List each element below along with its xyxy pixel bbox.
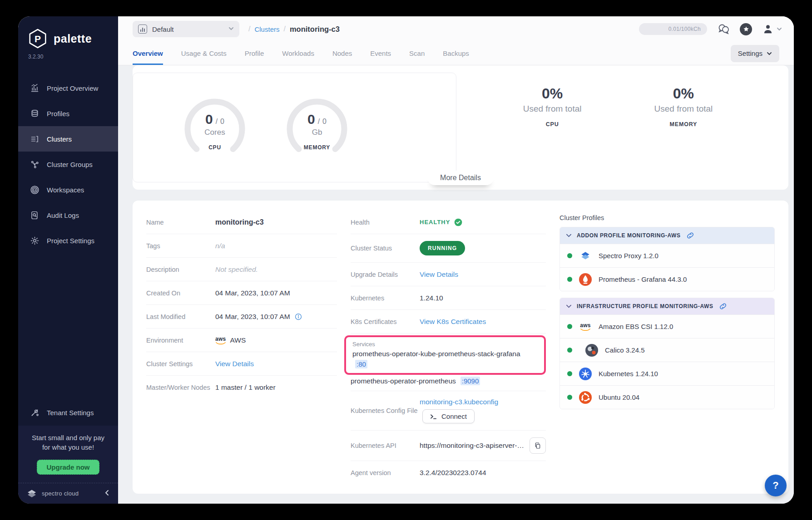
tab-events[interactable]: Events [370, 42, 391, 65]
profile-item-spectro-proxy[interactable]: Spectro Proxy 1.2.0 [560, 244, 774, 267]
sidebar-item-workspaces[interactable]: Workspaces [18, 177, 118, 202]
infrastructure-profile-header[interactable]: INFRASTRUCTURE PROFILE MONITORING-AWS [560, 298, 774, 314]
profile-item-kubernetes[interactable]: Kubernetes 1.24.10 [560, 362, 774, 385]
detail-row-tags: Tags n/a [146, 234, 337, 258]
link-icon[interactable] [686, 231, 694, 240]
memory-usage-stat: 0% Used from total MEMORY [654, 85, 713, 182]
help-button[interactable]: ? [765, 475, 787, 496]
sidebar-item-label: Profiles [47, 110, 69, 118]
status-dot [567, 277, 572, 282]
sidebar-item-profiles[interactable]: Profiles [18, 101, 118, 126]
project-selector[interactable]: Default [133, 21, 239, 37]
tab-nodes[interactable]: Nodes [332, 42, 352, 65]
upgrade-now-button[interactable]: Upgrade now [37, 460, 99, 475]
detail-row-nodes: Master/Worker Nodes 1 master / 1 worker [146, 376, 337, 399]
tab-workloads[interactable]: Workloads [282, 42, 314, 65]
spectro-cloud-wordmark: spectro cloud [42, 490, 79, 497]
info-icon[interactable] [294, 313, 302, 321]
view-k8s-certificates-link[interactable]: View K8s Certificates [420, 318, 486, 326]
row-label: K8s Certificates [351, 318, 420, 325]
more-details-button[interactable]: More Details [427, 171, 494, 185]
chevron-down-icon [228, 25, 234, 33]
tab-scan[interactable]: Scan [409, 42, 425, 65]
connect-button-label: Connect [441, 412, 467, 420]
tab-backups[interactable]: Backups [443, 42, 469, 65]
upgrade-view-details-link[interactable]: View Details [420, 270, 458, 279]
link-icon[interactable] [719, 302, 727, 310]
cpu-gauge-label: CPU [208, 144, 221, 151]
gauge-separator: / [216, 118, 218, 126]
aws-icon: aws [215, 336, 226, 344]
environment-value: AWS [230, 336, 246, 344]
bar-chart-icon [30, 83, 40, 93]
addon-profile-header[interactable]: ADDON PROFILE MONITORING-AWS [560, 227, 774, 244]
upgrade-promo: Start small and only pay for what you us… [18, 426, 118, 483]
rings-icon [30, 185, 40, 195]
profile-item-calico[interactable]: Calico 3.24.5 [560, 338, 774, 362]
prometheus-port-link[interactable]: :9090 [460, 377, 480, 385]
overview-stats-card: 0 / 0 Cores CPU [133, 65, 788, 190]
star-icon[interactable] [740, 23, 752, 35]
kubernetes-api-url: https://monitoring-c3-apiserver-9... [420, 442, 525, 450]
health-value: HEALTHY [420, 219, 450, 226]
page-content: 0 / 0 Cores CPU [118, 65, 794, 504]
breadcrumb-clusters-link[interactable]: Clusters [254, 25, 279, 33]
calico-logo [585, 343, 599, 357]
services-label: Services [352, 341, 538, 348]
terminal-icon [430, 413, 437, 420]
cluster-tabs: Overview Usage & Costs Profile Workloads… [118, 42, 794, 65]
memory-unit: Gb [312, 128, 322, 137]
sidebar-item-tenant-settings[interactable]: Tenant Settings [18, 400, 118, 426]
sidebar-item-label: Tenant Settings [47, 409, 94, 417]
grafana-port-link[interactable]: :80 [355, 360, 367, 368]
tab-usage-costs[interactable]: Usage & Costs [181, 42, 227, 65]
profile-item-ubuntu[interactable]: Ubuntu 20.04 [560, 385, 774, 409]
sidebar-item-label: Project Settings [47, 237, 94, 245]
kubernetes-icon [579, 367, 592, 381]
detail-row-cluster-settings: Cluster Settings View Details [146, 352, 337, 376]
sidebar-item-label: Project Overview [47, 84, 98, 92]
brand-row: P palette [18, 16, 118, 51]
row-label: Description [146, 266, 215, 273]
sidebar-item-clusters[interactable]: Clusters [18, 126, 118, 152]
sidebar-item-project-settings[interactable]: Project Settings [18, 228, 118, 253]
promo-text: Start small and only pay for what you us… [25, 433, 112, 453]
row-label: Name [146, 219, 215, 226]
user-menu[interactable] [762, 23, 782, 35]
status-dot [567, 324, 572, 329]
memory-usage-metric: MEMORY [654, 121, 713, 128]
sidebar-item-cluster-groups[interactable]: Cluster Groups [18, 152, 118, 177]
doc-search-icon [30, 211, 40, 220]
status-row-agent: Agent version 3.2.4/20230223.0744 [351, 461, 546, 485]
profile-item-amazon-ebs-csi[interactable]: aws Amazon EBS CSI 1.12.0 [560, 314, 774, 338]
tab-profile[interactable]: Profile [245, 42, 264, 65]
sidebar-item-audit-logs[interactable]: Audit Logs [18, 202, 118, 228]
description-value: Not specified. [215, 265, 337, 274]
copy-icon [534, 442, 541, 449]
kubeconfig-download-link[interactable]: monitoring-c3.kubeconfig [420, 398, 498, 406]
collapse-sidebar-icon[interactable] [104, 489, 110, 498]
connect-button[interactable]: Connect [422, 409, 475, 423]
sidebar-item-label: Audit Logs [47, 211, 79, 219]
profile-item-prometheus-grafana[interactable]: Prometheus - Grafana 44.3.0 [560, 267, 774, 291]
cpu-used: 0 [205, 112, 213, 127]
sidebar-item-project-overview[interactable]: Project Overview [18, 75, 118, 101]
tab-overview[interactable]: Overview [133, 42, 163, 65]
aws-wordmark: aws [215, 336, 226, 342]
breadcrumb-current: monitoring-c3 [290, 25, 340, 34]
status-row-health: Health HEALTHY [351, 211, 546, 234]
chat-icon[interactable] [717, 23, 730, 35]
breadcrumb-separator: / [283, 25, 285, 33]
copy-api-url-button[interactable] [530, 437, 546, 454]
created-on-value: 04 Mar, 2023, 10:07 AM [215, 289, 337, 297]
profile-item-name: Spectro Proxy 1.2.0 [599, 252, 659, 260]
cluster-settings-view-details-link[interactable]: View Details [215, 360, 254, 368]
breadcrumb-separator: / [248, 25, 250, 33]
status-dot [567, 395, 572, 400]
settings-button[interactable]: Settings [731, 45, 779, 62]
detail-row-name: Name monitoring-c3 [146, 211, 337, 234]
addon-profile-name: ADDON PROFILE MONITORING-AWS [577, 232, 681, 239]
memory-usage-caption: Used from total [654, 104, 713, 114]
row-label: Kubernetes API [351, 442, 420, 449]
aws-wordmark: aws [580, 323, 591, 328]
